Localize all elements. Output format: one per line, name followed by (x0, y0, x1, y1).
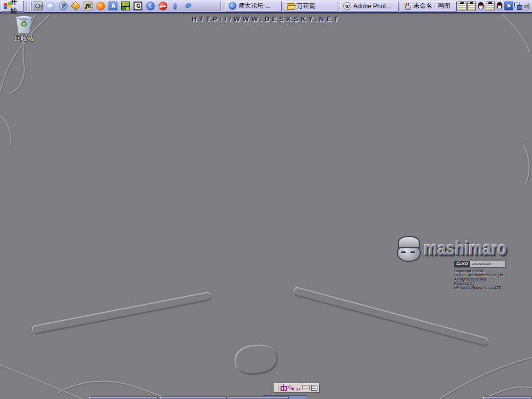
task-button-kaleidoscope-folder[interactable]: 万花筒 (284, 1, 338, 11)
wallpaper-emboss-curves (0, 14, 532, 399)
volume-icon[interactable] (523, 2, 532, 10)
taskbar-separator (26, 2, 28, 11)
windows-flag-icon (3, 2, 9, 10)
recycle-bin-icon: ♻ (14, 16, 34, 33)
copyright-line: All rights reserved. (454, 277, 504, 282)
mashimaro-logo: mashimaro CLKO Entertainment Copyright (… (395, 234, 528, 290)
task-button-forum[interactable]: 师大论坛-... (225, 1, 282, 11)
desktop-icon-recycle-bin[interactable]: ♻ 回收站 (7, 16, 41, 43)
paint-cup-icon (404, 2, 411, 10)
letter-g-icon[interactable] (134, 2, 142, 10)
blue-figure-icon[interactable] (171, 2, 180, 10)
character-helmet (398, 236, 420, 248)
start-button[interactable]: 开始 (1, 1, 23, 12)
task-button-photoshop[interactable]: Adobe Phot... (340, 1, 398, 11)
qq-penguin-icon[interactable] (476, 2, 485, 10)
p-messenger-icon[interactable] (59, 2, 68, 10)
qq-scarf (497, 5, 502, 6)
task-buttons: 师大论坛-... 万花筒 Adobe Phot... 未命名 - 画图 (225, 1, 457, 11)
fullwidth-toggle[interactable] (288, 384, 295, 391)
logo-copyright: Copyright (c)2001 CLKO Entertainment Co.… (454, 269, 504, 290)
start-button-label: 开始 (10, 0, 20, 16)
task-button-paint[interactable]: 未命名 - 画图 (401, 1, 457, 11)
quick-launch-grip[interactable] (30, 2, 32, 11)
ime-drag-handle[interactable] (276, 385, 278, 391)
blue-dove-icon[interactable] (46, 2, 55, 10)
task-button-label: 师大论坛-... (238, 2, 271, 10)
hidden-taskbar-button[interactable] (229, 396, 289, 399)
ime-menu-button[interactable] (311, 385, 317, 391)
blue-moon-icon[interactable] (146, 2, 155, 10)
taskbar-separator (220, 2, 222, 11)
internet-explorer-icon[interactable] (183, 2, 192, 10)
qq-scarf (478, 5, 483, 6)
color-grid-icon[interactable] (121, 2, 130, 10)
media-play-icon[interactable] (504, 2, 513, 10)
logo-wordmark: mashimaro (423, 238, 507, 259)
red-ball-icon[interactable] (158, 2, 167, 10)
letter-a-icon[interactable] (109, 2, 117, 10)
character-eye (401, 251, 406, 253)
copyright-line: Powered by (454, 282, 504, 286)
badge-left-text: CLKO (454, 261, 470, 267)
mashimaro-character-icon (396, 236, 423, 264)
punctuation-toggle[interactable]: ,. (296, 384, 301, 391)
hidden-taskbar-button[interactable] (89, 396, 158, 399)
soft-keyboard-button[interactable] (302, 385, 310, 390)
chinese-mode-indicator[interactable] (280, 384, 287, 391)
hidden-taskbar-button[interactable] (483, 396, 532, 399)
folder-icon (287, 2, 295, 10)
hidden-taskbar-button[interactable] (160, 396, 227, 399)
network-icon[interactable] (514, 2, 523, 10)
task-button-label: Adobe Phot... (353, 3, 391, 10)
fireball-icon[interactable] (96, 2, 105, 10)
walker-k-icon[interactable] (84, 2, 92, 10)
quick-launch-bar (33, 2, 193, 10)
copyright-line: ePhoenix Networks co.,LTD (454, 286, 504, 290)
blue-moon-icon (229, 2, 236, 10)
qq-striped-icon[interactable] (486, 2, 495, 10)
task-button-label: 万花筒 (297, 2, 315, 10)
camcorder-icon[interactable] (34, 2, 43, 10)
copyright-line: CLKO Entertainment Co.,Ltd. (454, 273, 504, 277)
taskbar: 开始 师大论坛-... 万花筒 (0, 0, 532, 14)
qq-striped-icon[interactable] (467, 2, 476, 10)
qq-striped-icon[interactable] (458, 2, 467, 10)
character-eye (410, 251, 415, 253)
copyright-line: Copyright (c)2001 (454, 269, 504, 273)
ime-language-bar: ,. (274, 383, 320, 392)
wallpaper-url-text: HTTP://WWW.DESKSKY.NET (192, 15, 340, 23)
task-button-label: 未命名 - 画图 (414, 2, 450, 10)
logo-badge: CLKO Entertainment (454, 261, 505, 267)
recycle-arrows-glyph: ♻ (14, 19, 34, 30)
badge-right-text: Entertainment (470, 261, 505, 267)
system-tray (458, 2, 532, 10)
gold-diamond-icon[interactable] (71, 1, 81, 11)
qq-penguin-icon[interactable] (495, 2, 504, 10)
desktop-screen: HTTP://WWW.DESKSKY.NET ♻ 回收站 mashimaro C… (0, 0, 532, 399)
photoshop-eye-icon (343, 2, 351, 10)
recycle-bin-label: 回收站 (7, 34, 41, 43)
